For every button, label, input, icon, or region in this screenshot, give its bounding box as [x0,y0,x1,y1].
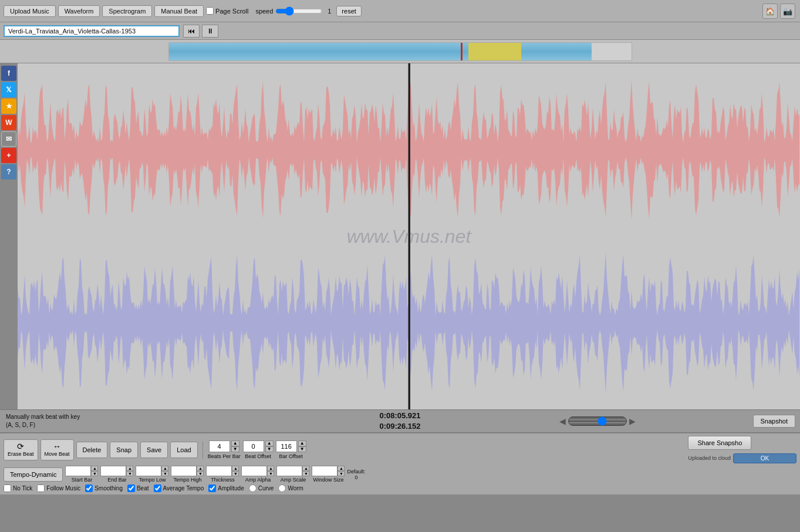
end-bar-up[interactable]: ▲ [126,466,133,471]
mini-wave-blue [169,43,468,60]
end-bar-down[interactable]: ▼ [126,471,133,476]
beats-per-bar-group: ▲ ▼ Beats Per Bar [208,440,241,459]
rewind-button[interactable]: ⏮ [183,25,200,38]
thickness-down[interactable]: ▼ [232,471,239,476]
window-size-input[interactable] [312,466,337,476]
end-bar-label: End Bar [107,477,127,483]
volume-slider[interactable] [568,416,627,426]
beats-per-bar-down[interactable]: ▼ [231,446,239,452]
erase-beat-button[interactable]: ⟳ Erase Beat [4,439,38,460]
worm-label[interactable]: Worm [278,484,303,492]
no-tick-label[interactable]: No Tick [4,484,32,492]
bar-offset-label: Bar Offset [279,453,302,459]
tempo-high-up[interactable]: ▲ [197,466,204,471]
beat-offset-down[interactable]: ▼ [265,446,274,452]
home-icon-button[interactable]: 🏠 [762,4,778,19]
average-tempo-label[interactable]: Average Tempo [154,484,204,492]
page-scroll-checkbox[interactable] [206,7,214,15]
controls-row2: Tempo-Dynamic ▲ ▼ Start Bar ▲ ▼ End Bar [4,466,796,483]
mini-waveform-container[interactable] [168,42,632,61]
follow-music-checkbox[interactable] [37,484,45,492]
star-button[interactable]: ★ [1,99,16,114]
amp-alpha-up[interactable]: ▲ [267,466,274,471]
snap-button[interactable]: Snap [110,442,138,458]
beat-label[interactable]: Beat [127,484,149,492]
bar-offset-down[interactable]: ▼ [298,446,306,452]
curve-radio[interactable] [249,484,256,492]
amp-alpha-input[interactable] [241,466,267,476]
time-current: 0:08:05.921 [379,411,420,421]
filename-input[interactable] [4,25,180,37]
facebook-button[interactable]: f [1,66,16,81]
worm-radio[interactable] [278,484,286,492]
reset-button[interactable]: reset [336,6,361,16]
speed-slider[interactable] [275,6,322,16]
camera-icon-button[interactable]: 📷 [780,4,795,19]
amp-scale-down[interactable]: ▼ [302,471,309,476]
move-beat-button[interactable]: ↔ Move Beat [40,439,74,460]
amp-scale-input[interactable] [276,466,302,476]
manual-beat-button[interactable]: Manual Beat [154,5,204,17]
save-button[interactable]: Save [140,442,168,458]
beat-offset-up[interactable]: ▲ [265,440,274,446]
tempo-low-up[interactable]: ▲ [161,466,168,471]
bar-offset-input[interactable] [276,440,297,452]
mini-wave-yellow [468,43,521,60]
bar-offset-up[interactable]: ▲ [298,440,306,446]
window-size-up[interactable]: ▲ [337,466,345,471]
thickness-spinners: ▲ ▼ [232,466,239,476]
pause-button[interactable]: ⏸ [202,25,218,38]
waveform-button[interactable]: Waveform [58,5,100,17]
start-bar-input[interactable] [65,466,91,476]
load-button[interactable]: Load [170,442,197,458]
weibo-button[interactable]: W [1,115,16,130]
spectrogram-button[interactable]: Spectrogram [102,5,152,17]
beats-per-bar-up[interactable]: ▲ [231,440,239,446]
page-scroll-checkbox-label[interactable]: Page Scroll [206,7,248,15]
beats-per-bar-input[interactable] [209,440,230,452]
end-bar-spinners: ▲ ▼ [126,466,133,476]
no-tick-checkbox[interactable] [4,484,11,492]
start-bar-spinners: ▲ ▼ [91,466,98,476]
start-bar-down[interactable]: ▼ [91,471,98,476]
beat-checkbox[interactable] [127,484,135,492]
end-bar-input[interactable] [100,466,126,476]
follow-music-label[interactable]: Follow Music [37,484,80,492]
mail-button[interactable]: ✉ [1,131,16,147]
tempo-high-input[interactable] [171,466,197,476]
window-size-down[interactable]: ▼ [337,471,345,476]
tempo-low-input[interactable] [136,466,161,476]
file-row: ⏮ ⏸ [0,22,800,40]
delete-button[interactable]: Delete [76,442,108,458]
time-total: 0:09:26.152 [379,421,420,432]
amp-scale-up[interactable]: ▲ [302,466,309,471]
thickness-input[interactable] [206,466,232,476]
tempo-dynamic-button[interactable]: Tempo-Dynamic [4,467,63,482]
twitter-button[interactable]: 𝕏 [1,82,16,97]
default-value: 0 [355,475,357,480]
upload-music-button[interactable]: Upload Music [4,5,56,17]
right-action-panel: Share Snapsho Uploaded to cloud OK [688,436,796,463]
volume-control: ◀ ▶ [559,416,636,426]
smoothing-label[interactable]: Smoothing [85,484,123,492]
tempo-low-down[interactable]: ▼ [161,471,168,476]
default-box: Default: 0 [347,469,365,480]
snapshot-button[interactable]: Snapshot [753,415,795,428]
upload-cloud-button[interactable]: OK [733,453,796,463]
beat-offset-input[interactable] [243,440,264,452]
beat-offset-label: Beat Offset [245,453,271,459]
average-tempo-checkbox[interactable] [154,484,161,492]
curve-label[interactable]: Curve [249,484,274,492]
amp-alpha-down[interactable]: ▼ [267,471,274,476]
start-bar-up[interactable]: ▲ [91,466,98,471]
smoothing-checkbox[interactable] [85,484,93,492]
thickness-up[interactable]: ▲ [232,466,239,471]
weibo-icon: W [5,118,12,127]
tempo-high-down[interactable]: ▼ [197,471,204,476]
amplitude-checkbox[interactable] [208,484,216,492]
waveform-area[interactable]: www.Vmus.net [18,63,800,409]
amplitude-label[interactable]: Amplitude [208,484,244,492]
plus-button[interactable]: + [1,148,16,163]
share-snapshot-button[interactable]: Share Snapsho [688,436,751,450]
help-button[interactable]: ? [1,164,16,179]
